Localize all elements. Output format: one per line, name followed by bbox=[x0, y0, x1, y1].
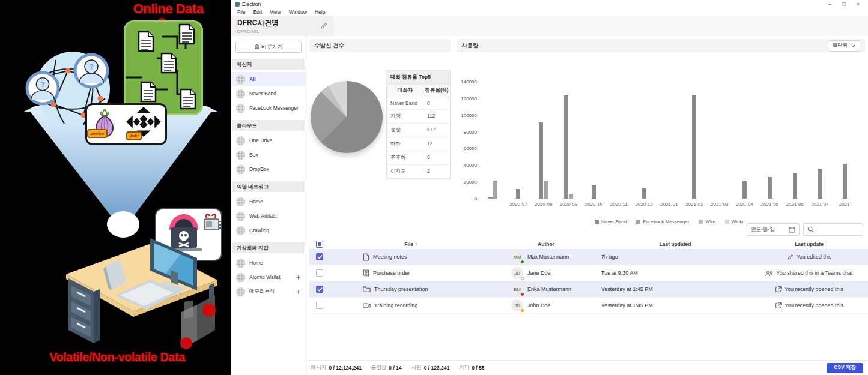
sidebar-item-메모리분석[interactable]: 메모리분석 bbox=[231, 284, 306, 299]
last-update-cell: You edited this bbox=[750, 254, 868, 260]
bar-slot bbox=[531, 82, 556, 199]
sidebar-item-label: Home bbox=[249, 199, 306, 205]
top5-table: 대화 점유율 Top5 대화자 점유율(%) Naver Band0지영112쟁… bbox=[386, 70, 451, 179]
menu-help[interactable]: Help bbox=[315, 9, 325, 15]
sidebar-item-atomic-wallet[interactable]: Atomic Wallet bbox=[231, 270, 306, 284]
desk-computer-icon bbox=[60, 223, 222, 349]
select-all-checkbox[interactable] bbox=[316, 241, 323, 248]
author-name: Jane Doe bbox=[527, 270, 551, 276]
table-row-meeting-notes[interactable]: Meeting notesMMMax Mustermann7h agoYou e… bbox=[309, 249, 868, 265]
row-checkbox[interactable] bbox=[316, 286, 323, 293]
col-file[interactable]: File ↑ bbox=[330, 241, 492, 247]
menu-file[interactable]: File bbox=[237, 9, 246, 15]
sidebar-item-home[interactable]: Home bbox=[231, 194, 306, 209]
calendar-icon bbox=[789, 226, 795, 233]
sidebar-item-all[interactable]: All bbox=[231, 72, 306, 86]
home-shortcut-button[interactable]: 홈 바로가기 bbox=[235, 41, 302, 53]
col-last-updated[interactable]: Last updated bbox=[600, 241, 750, 247]
author-name: Max Mustermann bbox=[527, 254, 569, 260]
avatar-icon bbox=[236, 287, 245, 296]
onion-icon: .onion bbox=[91, 107, 118, 142]
legend-naver-band: Naver Band bbox=[595, 219, 627, 224]
bar-naver-band bbox=[742, 181, 747, 199]
menu-window[interactable]: Window bbox=[289, 9, 307, 15]
sidebar-item-crawling[interactable]: Crawling bbox=[231, 223, 306, 238]
row-checkbox[interactable] bbox=[316, 269, 323, 277]
sidebar-item-facebook-messenger[interactable]: Facebook Messenger bbox=[231, 101, 306, 115]
file-cell: Thursday presentation bbox=[330, 286, 492, 293]
top5-share: 677 bbox=[423, 124, 450, 137]
edit-case-icon[interactable] bbox=[320, 22, 327, 29]
usage-panel-header: 사용량 월단위 bbox=[457, 39, 865, 52]
author-cell: JDJohn Doe bbox=[492, 299, 600, 311]
col-author[interactable]: Author bbox=[492, 241, 600, 247]
table-filter-row: 연도-월-일 bbox=[747, 223, 863, 236]
last-updated-cell: Tue at 9:30 AM bbox=[600, 270, 750, 276]
table-row-purchase-order[interactable]: Purchase orderJDJane DoeTue at 9:30 AMYo… bbox=[309, 265, 868, 281]
sidebar-item-dropbox[interactable]: DropBox bbox=[231, 162, 306, 176]
tx-panel-header: 수발신 건수 bbox=[309, 39, 451, 52]
person-avatar-icon: ? bbox=[73, 53, 109, 89]
y-tick-label: 0 bbox=[475, 196, 477, 202]
top5-row: 쟁쟁677 bbox=[387, 124, 450, 137]
close-button[interactable]: × bbox=[857, 1, 860, 7]
open-icon bbox=[775, 286, 782, 293]
usage-panel: 사용량 월단위 02000040000600008000010000012000… bbox=[457, 39, 865, 217]
top5-speaker: 하하 bbox=[387, 137, 423, 151]
status-value: 0 / 14 bbox=[389, 365, 401, 371]
tx-panel-title: 수발신 건수 bbox=[314, 42, 446, 50]
sidebar-item-naver-band[interactable]: Naver Band bbox=[231, 86, 306, 101]
sidebar-item-label: Atomic Wallet bbox=[249, 274, 291, 280]
add-icon[interactable] bbox=[296, 289, 301, 295]
maximize-button[interactable]: □ bbox=[842, 1, 845, 7]
row-checkbox[interactable] bbox=[316, 253, 323, 260]
minimize-button[interactable]: – bbox=[828, 1, 831, 7]
bar-slot bbox=[506, 82, 531, 199]
menu-view[interactable]: View bbox=[270, 9, 281, 15]
y-tick-label: 140000 bbox=[461, 79, 477, 85]
status-counter-메시지: 메시지0 / 12,124,241 bbox=[311, 364, 362, 371]
lokinet-icon: .loki bbox=[125, 107, 162, 142]
sidebar-item-label: Facebook Messenger bbox=[249, 105, 306, 111]
top5-share: 12 bbox=[423, 137, 450, 151]
csv-save-button[interactable]: CSV 저장 bbox=[827, 363, 863, 373]
x-tick-label: 2021- bbox=[833, 202, 858, 207]
sidebar-item-web-artifact[interactable]: Web Artifact bbox=[231, 209, 306, 223]
top5-row: 하하12 bbox=[387, 137, 450, 151]
y-tick-label: 120000 bbox=[461, 96, 477, 101]
top5-share: 112 bbox=[423, 110, 450, 123]
bar-slot bbox=[481, 82, 506, 199]
search-input[interactable] bbox=[803, 223, 863, 236]
loki-label: .loki bbox=[126, 131, 142, 140]
row-checkbox-cell bbox=[309, 302, 330, 309]
last-update-cell: You recently opened this bbox=[750, 302, 868, 309]
menu-edit[interactable]: Edit bbox=[253, 9, 263, 15]
row-checkbox[interactable] bbox=[316, 302, 323, 309]
top5-share: 0 bbox=[423, 97, 450, 109]
bar-naver-band bbox=[642, 188, 646, 199]
add-icon[interactable] bbox=[296, 275, 301, 280]
y-tick-label: 100000 bbox=[461, 113, 477, 118]
sidebar: 홈 바로가기 메신저AllNaver BandFacebook Messenge… bbox=[231, 36, 306, 375]
row-checkbox-cell bbox=[309, 286, 330, 293]
sidebar-item-box[interactable]: Box bbox=[231, 148, 306, 162]
avatar-icon bbox=[236, 197, 245, 206]
forensics-diagram: Online Data bbox=[0, 0, 231, 375]
case-card: DFRC사건명 DFRC-001 bbox=[231, 16, 333, 36]
date-filter[interactable]: 연도-월-일 bbox=[747, 223, 800, 236]
col-last-update[interactable]: Last update bbox=[750, 241, 868, 247]
sidebar-section-title: 클라우드 bbox=[232, 120, 305, 131]
y-tick-label: 80000 bbox=[464, 130, 477, 135]
presence-busy-icon bbox=[520, 292, 524, 296]
unit-dropdown[interactable]: 월단위 bbox=[828, 40, 861, 52]
x-tick-label: 2021-04 bbox=[732, 202, 757, 207]
svg-text:?: ? bbox=[40, 80, 45, 89]
sidebar-item-one-drive[interactable]: One Drive bbox=[231, 133, 306, 148]
table-row-training-recording[interactable]: Training recordingJDJohn DoeYesterday at… bbox=[309, 298, 868, 314]
sidebar-item-home[interactable]: Home bbox=[231, 256, 306, 270]
top5-table-rows: Naver Band0지영112쟁쟁677하하12주후하5이지훈2 bbox=[387, 97, 450, 179]
table-row-thursday-presentation[interactable]: Thursday presentationEMErika MustermannY… bbox=[309, 281, 868, 298]
last-updated-cell: Yesterday at 1:45 PM bbox=[600, 302, 750, 308]
sidebar-section-title: 메신저 bbox=[232, 59, 305, 70]
unit-dropdown-value: 월단위 bbox=[833, 42, 848, 49]
